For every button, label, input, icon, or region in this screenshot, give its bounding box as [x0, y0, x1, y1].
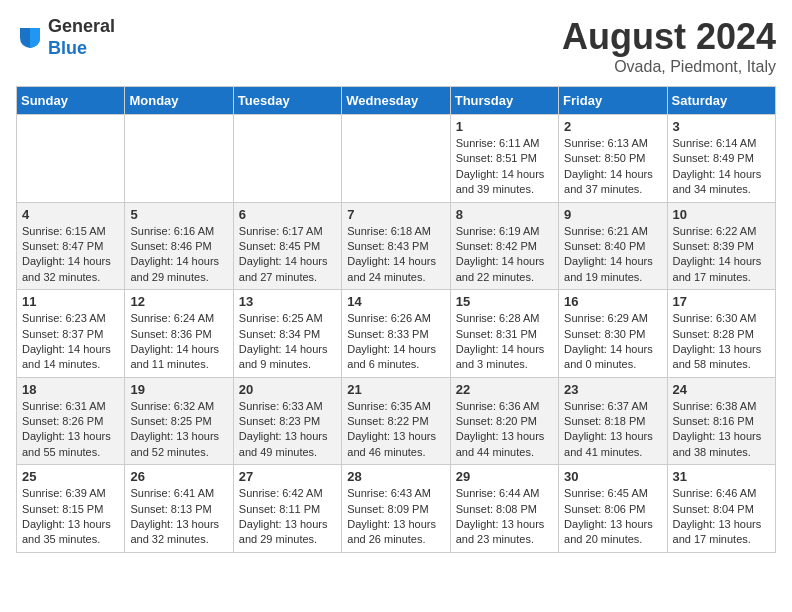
day-info: Sunrise: 6:22 AM Sunset: 8:39 PM Dayligh…: [673, 224, 770, 286]
day-cell: 7Sunrise: 6:18 AM Sunset: 8:43 PM Daylig…: [342, 202, 450, 290]
day-info: Sunrise: 6:46 AM Sunset: 8:04 PM Dayligh…: [673, 486, 770, 548]
day-cell: 28Sunrise: 6:43 AM Sunset: 8:09 PM Dayli…: [342, 465, 450, 553]
day-info: Sunrise: 6:23 AM Sunset: 8:37 PM Dayligh…: [22, 311, 119, 373]
day-info: Sunrise: 6:17 AM Sunset: 8:45 PM Dayligh…: [239, 224, 336, 286]
weekday-friday: Friday: [559, 87, 667, 115]
day-info: Sunrise: 6:14 AM Sunset: 8:49 PM Dayligh…: [673, 136, 770, 198]
week-row-1: 1Sunrise: 6:11 AM Sunset: 8:51 PM Daylig…: [17, 115, 776, 203]
day-cell: 25Sunrise: 6:39 AM Sunset: 8:15 PM Dayli…: [17, 465, 125, 553]
day-number: 9: [564, 207, 661, 222]
day-info: Sunrise: 6:43 AM Sunset: 8:09 PM Dayligh…: [347, 486, 444, 548]
day-cell: 14Sunrise: 6:26 AM Sunset: 8:33 PM Dayli…: [342, 290, 450, 378]
weekday-sunday: Sunday: [17, 87, 125, 115]
weekday-saturday: Saturday: [667, 87, 775, 115]
day-cell: [125, 115, 233, 203]
logo: General Blue: [16, 16, 115, 59]
page-header: General Blue August 2024 Ovada, Piedmont…: [16, 16, 776, 76]
day-cell: 13Sunrise: 6:25 AM Sunset: 8:34 PM Dayli…: [233, 290, 341, 378]
day-cell: 31Sunrise: 6:46 AM Sunset: 8:04 PM Dayli…: [667, 465, 775, 553]
day-cell: 19Sunrise: 6:32 AM Sunset: 8:25 PM Dayli…: [125, 377, 233, 465]
day-info: Sunrise: 6:26 AM Sunset: 8:33 PM Dayligh…: [347, 311, 444, 373]
day-cell: 16Sunrise: 6:29 AM Sunset: 8:30 PM Dayli…: [559, 290, 667, 378]
day-cell: 30Sunrise: 6:45 AM Sunset: 8:06 PM Dayli…: [559, 465, 667, 553]
day-number: 1: [456, 119, 553, 134]
day-cell: [233, 115, 341, 203]
weekday-wednesday: Wednesday: [342, 87, 450, 115]
day-info: Sunrise: 6:32 AM Sunset: 8:25 PM Dayligh…: [130, 399, 227, 461]
day-cell: 27Sunrise: 6:42 AM Sunset: 8:11 PM Dayli…: [233, 465, 341, 553]
day-info: Sunrise: 6:19 AM Sunset: 8:42 PM Dayligh…: [456, 224, 553, 286]
day-number: 8: [456, 207, 553, 222]
calendar-table: SundayMondayTuesdayWednesdayThursdayFrid…: [16, 86, 776, 553]
day-number: 31: [673, 469, 770, 484]
day-info: Sunrise: 6:38 AM Sunset: 8:16 PM Dayligh…: [673, 399, 770, 461]
day-info: Sunrise: 6:30 AM Sunset: 8:28 PM Dayligh…: [673, 311, 770, 373]
day-number: 14: [347, 294, 444, 309]
day-cell: 18Sunrise: 6:31 AM Sunset: 8:26 PM Dayli…: [17, 377, 125, 465]
day-cell: [17, 115, 125, 203]
day-info: Sunrise: 6:24 AM Sunset: 8:36 PM Dayligh…: [130, 311, 227, 373]
day-info: Sunrise: 6:16 AM Sunset: 8:46 PM Dayligh…: [130, 224, 227, 286]
weekday-thursday: Thursday: [450, 87, 558, 115]
day-number: 3: [673, 119, 770, 134]
week-row-4: 18Sunrise: 6:31 AM Sunset: 8:26 PM Dayli…: [17, 377, 776, 465]
day-number: 18: [22, 382, 119, 397]
day-cell: 17Sunrise: 6:30 AM Sunset: 8:28 PM Dayli…: [667, 290, 775, 378]
logo-text: General Blue: [48, 16, 115, 59]
day-info: Sunrise: 6:42 AM Sunset: 8:11 PM Dayligh…: [239, 486, 336, 548]
day-info: Sunrise: 6:39 AM Sunset: 8:15 PM Dayligh…: [22, 486, 119, 548]
day-cell: 10Sunrise: 6:22 AM Sunset: 8:39 PM Dayli…: [667, 202, 775, 290]
day-info: Sunrise: 6:41 AM Sunset: 8:13 PM Dayligh…: [130, 486, 227, 548]
day-number: 26: [130, 469, 227, 484]
day-cell: 4Sunrise: 6:15 AM Sunset: 8:47 PM Daylig…: [17, 202, 125, 290]
day-number: 28: [347, 469, 444, 484]
day-number: 23: [564, 382, 661, 397]
day-number: 13: [239, 294, 336, 309]
day-cell: 11Sunrise: 6:23 AM Sunset: 8:37 PM Dayli…: [17, 290, 125, 378]
day-number: 20: [239, 382, 336, 397]
day-cell: 9Sunrise: 6:21 AM Sunset: 8:40 PM Daylig…: [559, 202, 667, 290]
day-cell: 3Sunrise: 6:14 AM Sunset: 8:49 PM Daylig…: [667, 115, 775, 203]
day-number: 6: [239, 207, 336, 222]
day-info: Sunrise: 6:13 AM Sunset: 8:50 PM Dayligh…: [564, 136, 661, 198]
day-cell: 15Sunrise: 6:28 AM Sunset: 8:31 PM Dayli…: [450, 290, 558, 378]
weekday-monday: Monday: [125, 87, 233, 115]
day-info: Sunrise: 6:21 AM Sunset: 8:40 PM Dayligh…: [564, 224, 661, 286]
day-number: 15: [456, 294, 553, 309]
day-cell: 6Sunrise: 6:17 AM Sunset: 8:45 PM Daylig…: [233, 202, 341, 290]
day-info: Sunrise: 6:44 AM Sunset: 8:08 PM Dayligh…: [456, 486, 553, 548]
day-info: Sunrise: 6:28 AM Sunset: 8:31 PM Dayligh…: [456, 311, 553, 373]
day-info: Sunrise: 6:18 AM Sunset: 8:43 PM Dayligh…: [347, 224, 444, 286]
day-cell: 2Sunrise: 6:13 AM Sunset: 8:50 PM Daylig…: [559, 115, 667, 203]
day-number: 4: [22, 207, 119, 222]
day-number: 16: [564, 294, 661, 309]
day-cell: 22Sunrise: 6:36 AM Sunset: 8:20 PM Dayli…: [450, 377, 558, 465]
title-section: August 2024 Ovada, Piedmont, Italy: [562, 16, 776, 76]
week-row-3: 11Sunrise: 6:23 AM Sunset: 8:37 PM Dayli…: [17, 290, 776, 378]
day-number: 30: [564, 469, 661, 484]
day-info: Sunrise: 6:29 AM Sunset: 8:30 PM Dayligh…: [564, 311, 661, 373]
day-number: 10: [673, 207, 770, 222]
day-number: 2: [564, 119, 661, 134]
day-info: Sunrise: 6:35 AM Sunset: 8:22 PM Dayligh…: [347, 399, 444, 461]
day-number: 12: [130, 294, 227, 309]
day-cell: 23Sunrise: 6:37 AM Sunset: 8:18 PM Dayli…: [559, 377, 667, 465]
day-cell: 20Sunrise: 6:33 AM Sunset: 8:23 PM Dayli…: [233, 377, 341, 465]
day-number: 25: [22, 469, 119, 484]
weekday-tuesday: Tuesday: [233, 87, 341, 115]
month-title: August 2024: [562, 16, 776, 58]
day-info: Sunrise: 6:11 AM Sunset: 8:51 PM Dayligh…: [456, 136, 553, 198]
day-number: 27: [239, 469, 336, 484]
day-number: 22: [456, 382, 553, 397]
day-number: 11: [22, 294, 119, 309]
day-cell: 5Sunrise: 6:16 AM Sunset: 8:46 PM Daylig…: [125, 202, 233, 290]
day-number: 7: [347, 207, 444, 222]
week-row-2: 4Sunrise: 6:15 AM Sunset: 8:47 PM Daylig…: [17, 202, 776, 290]
day-info: Sunrise: 6:25 AM Sunset: 8:34 PM Dayligh…: [239, 311, 336, 373]
day-info: Sunrise: 6:15 AM Sunset: 8:47 PM Dayligh…: [22, 224, 119, 286]
location: Ovada, Piedmont, Italy: [562, 58, 776, 76]
day-number: 5: [130, 207, 227, 222]
week-row-5: 25Sunrise: 6:39 AM Sunset: 8:15 PM Dayli…: [17, 465, 776, 553]
day-cell: [342, 115, 450, 203]
day-cell: 29Sunrise: 6:44 AM Sunset: 8:08 PM Dayli…: [450, 465, 558, 553]
